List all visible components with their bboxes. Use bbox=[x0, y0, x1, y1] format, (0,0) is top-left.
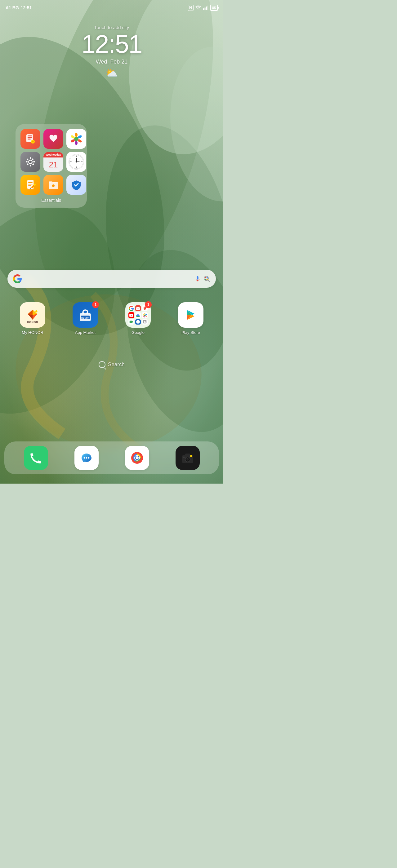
svg-point-92 bbox=[190, 455, 192, 457]
svg-rect-87 bbox=[185, 454, 190, 456]
svg-point-72 bbox=[144, 313, 145, 315]
status-bar: A1 BG 12:51 N 85 bbox=[0, 0, 223, 16]
home-search-label: Search bbox=[108, 362, 125, 368]
home-search-bar[interactable]: Search bbox=[0, 361, 223, 368]
svg-point-41 bbox=[76, 161, 77, 163]
svg-point-2 bbox=[88, 115, 223, 381]
dock-camera-icon[interactable] bbox=[176, 446, 200, 470]
svg-rect-50 bbox=[53, 185, 54, 187]
svg-point-91 bbox=[186, 459, 187, 459]
play-store-icon[interactable] bbox=[178, 302, 204, 328]
svg-rect-14 bbox=[28, 137, 32, 138]
clock-date: Wed, Feb 21 bbox=[0, 59, 223, 65]
clock-widget[interactable]: Touch to add city 12:51 Wed, Feb 21 ⛅ bbox=[0, 25, 223, 79]
svg-rect-15 bbox=[28, 138, 31, 140]
app-item-play-store[interactable]: Play Store bbox=[178, 302, 204, 335]
svg-point-68 bbox=[87, 312, 88, 314]
svg-point-75 bbox=[144, 316, 145, 317]
svg-rect-11 bbox=[207, 6, 208, 10]
svg-line-53 bbox=[208, 280, 209, 281]
folder-app-files[interactable] bbox=[43, 175, 63, 195]
svg-text:HONOR: HONOR bbox=[81, 317, 89, 319]
svg-rect-29 bbox=[33, 161, 35, 162]
nfc-icon: N bbox=[188, 5, 193, 11]
battery-indicator: 85 bbox=[210, 5, 218, 11]
app-market-label: App Market bbox=[75, 330, 95, 335]
svg-point-56 bbox=[205, 279, 206, 280]
svg-point-18 bbox=[75, 133, 78, 137]
svg-rect-27 bbox=[30, 165, 31, 166]
google-search-bar[interactable] bbox=[7, 270, 216, 288]
my-honor-icon[interactable]: HONOR bbox=[20, 302, 45, 328]
svg-point-54 bbox=[205, 277, 206, 278]
svg-point-57 bbox=[207, 279, 208, 280]
folder-app-shield[interactable] bbox=[66, 175, 86, 195]
svg-rect-30 bbox=[26, 158, 29, 160]
add-city-text[interactable]: Touch to add city bbox=[0, 25, 223, 30]
folder-app-settings[interactable] bbox=[21, 152, 40, 172]
folder-app-photos[interactable] bbox=[66, 129, 86, 149]
svg-rect-31 bbox=[32, 163, 34, 165]
app-item-app-market[interactable]: HONOR 1 App Market bbox=[72, 302, 98, 335]
status-right: N 85 bbox=[188, 5, 218, 11]
status-left: A1 BG 12:51 bbox=[6, 5, 32, 10]
folder-grid: Wednesday 21 bbox=[21, 129, 82, 195]
dock-messages-icon[interactable] bbox=[74, 446, 99, 470]
google-folder-badge: 1 bbox=[145, 301, 152, 308]
svg-point-78 bbox=[84, 457, 85, 459]
dock bbox=[4, 441, 219, 474]
svg-point-79 bbox=[86, 457, 87, 459]
wifi-icon bbox=[195, 6, 201, 10]
folder-app-toolbox[interactable] bbox=[21, 129, 40, 149]
folder-app-health[interactable] bbox=[43, 129, 63, 149]
svg-point-71 bbox=[144, 314, 146, 316]
search-icon bbox=[99, 361, 105, 368]
app-item-google[interactable]: 1 Google bbox=[125, 302, 151, 335]
svg-point-5 bbox=[108, 237, 223, 445]
svg-rect-10 bbox=[206, 6, 207, 10]
svg-point-21 bbox=[75, 141, 78, 145]
play-store-label: Play Store bbox=[181, 330, 200, 335]
svg-point-85 bbox=[135, 456, 139, 459]
lens-search-icon[interactable] bbox=[203, 275, 210, 282]
app-item-my-honor[interactable]: HONOR My HONOR bbox=[20, 302, 45, 335]
svg-rect-32 bbox=[31, 158, 33, 160]
main-app-row: HONOR My HONOR HONOR 1 App Market bbox=[0, 302, 223, 335]
folder-app-pages[interactable] bbox=[21, 175, 40, 195]
dock-phone-icon[interactable] bbox=[24, 446, 48, 470]
essentials-folder[interactable]: Wednesday 21 bbox=[16, 124, 87, 208]
my-honor-label: My HONOR bbox=[22, 330, 43, 335]
voice-search-icon[interactable] bbox=[194, 275, 201, 282]
svg-point-67 bbox=[83, 312, 84, 314]
svg-rect-28 bbox=[26, 161, 28, 162]
folder-app-clock[interactable] bbox=[66, 152, 86, 172]
svg-rect-8 bbox=[203, 8, 204, 10]
app-market-badge: 1 bbox=[92, 301, 99, 308]
svg-point-80 bbox=[88, 457, 89, 459]
svg-point-93 bbox=[183, 457, 185, 458]
time-text: 12:51 bbox=[21, 5, 32, 10]
svg-rect-13 bbox=[28, 135, 32, 136]
signal-icon bbox=[203, 6, 208, 10]
weather-icon: ⛅ bbox=[0, 67, 223, 79]
folder-label: Essentials bbox=[21, 198, 82, 203]
svg-rect-26 bbox=[30, 157, 31, 159]
carrier-text: A1 BG bbox=[6, 5, 19, 10]
svg-rect-33 bbox=[26, 163, 29, 165]
svg-point-25 bbox=[29, 161, 32, 163]
battery-level: 85 bbox=[212, 6, 216, 10]
svg-rect-9 bbox=[204, 7, 205, 10]
svg-point-17 bbox=[74, 137, 79, 141]
folder-app-calendar[interactable]: Wednesday 21 bbox=[43, 152, 63, 172]
clock-time: 12:51 bbox=[0, 31, 223, 57]
google-label: Google bbox=[131, 330, 145, 335]
google-g-icon bbox=[13, 274, 22, 283]
svg-point-55 bbox=[207, 277, 208, 278]
dock-chrome-icon[interactable] bbox=[125, 446, 149, 470]
